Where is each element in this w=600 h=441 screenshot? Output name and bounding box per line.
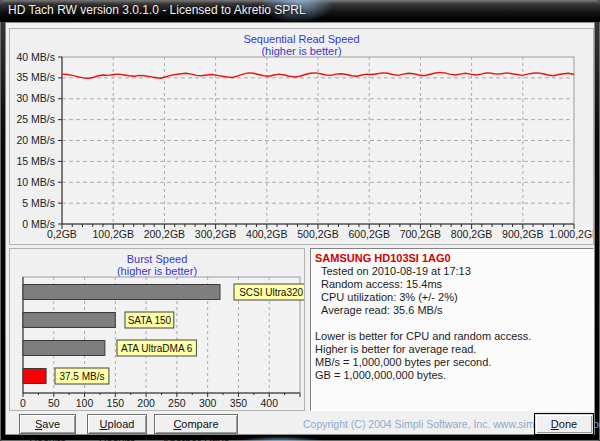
client-area: Sequential Read Speed (higher is better)… — [5, 22, 595, 435]
sequential-read-plot: 40 MB/s35 MB/s30 MB/s25 MB/s20 MB/s15 MB… — [10, 29, 593, 243]
tested-on-line: Tested on 2010-08-19 at 17:13 — [315, 265, 589, 278]
x-tick-label: 50 — [48, 397, 60, 409]
bar-label: SCSI Ultra320 — [239, 287, 303, 298]
upload-results-button[interactable]: Upload Results — [87, 414, 147, 434]
note-line: Lower is better for CPU and random acces… — [315, 330, 589, 343]
drive-name: SAMSUNG HD103SI 1AG0 — [315, 252, 589, 265]
sequential-read-chart: Sequential Read Speed (higher is better)… — [9, 28, 594, 245]
y-tick-label: 40 MB/s — [16, 51, 55, 63]
x-tick-label: 700,2GB — [400, 228, 441, 240]
save-results-label: Save Results — [20, 415, 75, 441]
window-title: HD Tach RW version 3.0.1.0 - Licensed to… — [8, 3, 306, 17]
x-tick-label: 150 — [107, 397, 125, 409]
x-tick-label: 300,2GB — [195, 228, 236, 240]
note-line: MB/s = 1,000,000 bytes per second. — [315, 356, 589, 369]
title-bar[interactable]: HD Tach RW version 3.0.1.0 - Licensed to… — [0, 0, 600, 22]
burst-speed-chart: Burst Speed (higher is better) 050100150… — [9, 248, 305, 411]
info-spacer — [315, 317, 589, 330]
burst-speed-plot: 050100150200250300350400SCSI Ultra320SAT… — [10, 249, 304, 409]
window-bottom-glow — [235, 436, 325, 441]
bar — [23, 369, 46, 384]
average-read-line: Average read: 35.6 MB/s — [315, 304, 589, 317]
bar-label: SATA 150 — [128, 315, 172, 326]
x-tick-label: 1.000,2GB — [549, 228, 593, 240]
x-tick-label: 250 — [168, 397, 186, 409]
bar — [23, 341, 105, 356]
bar — [23, 285, 220, 300]
save-results-button[interactable]: Save Results — [19, 414, 76, 434]
x-tick-label: 100,2GB — [92, 228, 133, 240]
y-tick-label: 35 MB/s — [16, 71, 55, 83]
done-button[interactable]: Done — [534, 413, 594, 435]
compare-another-drive-button[interactable]: Compare Another Drive — [154, 414, 238, 434]
y-tick-label: 5 MB/s — [22, 197, 55, 209]
y-tick-label: 30 MB/s — [16, 92, 55, 104]
compare-another-drive-label: Compare Another Drive — [155, 415, 237, 441]
note-line: Higher is better for average read. — [315, 343, 589, 356]
upload-results-label: Upload Results — [88, 415, 146, 441]
x-tick-label: 400,2GB — [246, 228, 287, 240]
cpu-utilization-line: CPU utilization: 3% (+/- 2%) — [315, 291, 589, 304]
x-tick-label: 500,2GB — [297, 228, 338, 240]
x-tick-label: 100 — [76, 397, 94, 409]
y-tick-label: 25 MB/s — [16, 113, 55, 125]
done-label: Done — [535, 415, 593, 433]
x-tick-label: 350 — [230, 397, 248, 409]
note-line: GB = 1,000,000,000 bytes. — [315, 369, 589, 382]
drive-info-panel: SAMSUNG HD103SI 1AG0 Tested on 2010-08-1… — [310, 248, 594, 411]
bar — [23, 313, 115, 328]
app-window: HD Tach RW version 3.0.1.0 - Licensed to… — [0, 0, 600, 441]
x-tick-label: 800,2GB — [451, 228, 492, 240]
x-tick-label: 0 — [20, 397, 26, 409]
y-tick-label: 15 MB/s — [16, 155, 55, 167]
y-tick-label: 20 MB/s — [16, 134, 55, 146]
copyright-text: Copyright (C) 2004 Simpli Software, Inc.… — [303, 415, 531, 434]
x-tick-label: 600,2GB — [348, 228, 389, 240]
x-tick-label: 900,2GB — [502, 228, 543, 240]
x-tick-label: 0,2GB — [47, 228, 77, 240]
x-tick-label: 400 — [260, 397, 278, 409]
random-access-line: Random access: 15.4ms — [315, 278, 589, 291]
x-tick-label: 200,2GB — [144, 228, 185, 240]
x-tick-label: 300 — [199, 397, 217, 409]
bar-label: 37.5 MB/s — [59, 371, 104, 382]
bar-label: ATA UltraDMA 6 — [121, 343, 193, 354]
y-tick-label: 10 MB/s — [16, 176, 55, 188]
x-tick-label: 200 — [137, 397, 155, 409]
